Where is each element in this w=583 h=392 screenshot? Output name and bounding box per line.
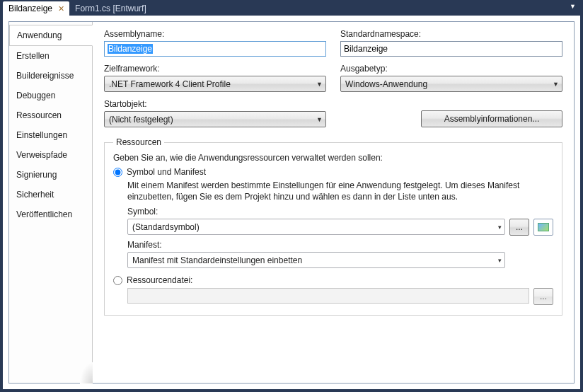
- resourcefile-input-disabled: [127, 288, 529, 304]
- close-icon[interactable]: ✕: [57, 4, 65, 13]
- nav-label: Einstellungen: [16, 130, 67, 140]
- nav-item-verweispfade[interactable]: Verweispfade: [9, 145, 92, 165]
- outputtype-label: Ausgabetyp:: [340, 64, 562, 74]
- document-tab-bildanzeige[interactable]: Bildanzeige ✕: [3, 1, 69, 16]
- symbol-preview-icon: [533, 219, 553, 236]
- application-panel: Assemblyname: Bildanzeige Standardnamesp…: [93, 22, 574, 383]
- nav-item-sicherheit[interactable]: Sicherheit: [9, 185, 92, 204]
- nav-item-einstellungen[interactable]: Einstellungen: [9, 125, 92, 145]
- resources-instruction: Geben Sie an, wie die Anwendungsressourc…: [113, 153, 553, 163]
- nav-label: Debuggen: [16, 91, 55, 100]
- nav-label: Anwendung: [17, 30, 62, 40]
- assemblyinfo-button[interactable]: Assemblyinformationen...: [421, 110, 562, 127]
- image-icon: [538, 223, 549, 231]
- targetframework-value: .NET Framework 4 Client Profile: [109, 79, 231, 89]
- symbol-value: (Standardsymbol): [132, 222, 200, 232]
- radio-resourcefile[interactable]: [113, 276, 122, 285]
- project-properties-window: Bildanzeige ✕ Form1.cs [Entwurf] ▼ Anwen…: [0, 0, 583, 392]
- radio-resourcefile-label: Ressourcendatei:: [127, 275, 192, 285]
- nav-label: Verweispfade: [16, 150, 67, 160]
- nav-label: Signierung: [16, 170, 57, 180]
- nav-label: Sicherheit: [16, 190, 54, 200]
- defaultnamespace-input[interactable]: [340, 41, 562, 57]
- assemblyinfo-button-label: Assemblyinformationen...: [444, 114, 540, 124]
- assemblyname-value: Bildanzeige: [108, 44, 153, 54]
- chevron-down-icon: ▼: [316, 81, 323, 88]
- nav-item-debuggen[interactable]: Debuggen: [9, 86, 92, 105]
- document-tabstrip: Bildanzeige ✕ Form1.cs [Entwurf] ▼: [0, 0, 583, 16]
- properties-page: Anwendung Erstellen Buildereignisse Debu…: [8, 21, 575, 384]
- radio-icon-manifest[interactable]: [113, 168, 122, 177]
- resources-legend: Ressourcen: [113, 137, 164, 147]
- document-tab-label: Form1.cs [Entwurf]: [75, 4, 146, 13]
- assemblyname-input[interactable]: Bildanzeige: [104, 41, 326, 57]
- nav-label: Erstellen: [16, 51, 50, 61]
- targetframework-label: Zielframework:: [104, 64, 326, 74]
- targetframework-combo[interactable]: .NET Framework 4 Client Profile ▼: [104, 76, 326, 92]
- properties-nav: Anwendung Erstellen Buildereignisse Debu…: [9, 22, 93, 383]
- chevron-down-icon: ▾: [498, 257, 502, 264]
- defaultnamespace-label: Standardnamespace:: [340, 29, 562, 39]
- nav-item-ressourcen[interactable]: Ressourcen: [9, 105, 92, 125]
- startobject-value: (Nicht festgelegt): [109, 115, 173, 125]
- nav-item-signierung[interactable]: Signierung: [9, 165, 92, 185]
- assemblyname-label: Assemblyname:: [104, 29, 326, 39]
- chevron-down-icon: ▼: [316, 116, 323, 123]
- symbol-browse-button[interactable]: ...: [509, 219, 529, 236]
- resourcefile-browse-button: ...: [533, 288, 553, 305]
- tab-overflow-dropdown[interactable]: ▼: [570, 3, 576, 10]
- manifest-label: Manifest:: [127, 240, 553, 250]
- document-tab-form1[interactable]: Form1.cs [Entwurf]: [69, 1, 151, 16]
- manifest-value: Manifest mit Standardeinstellungen einbe…: [132, 255, 302, 265]
- nav-item-veroeffentlichen[interactable]: Veröffentlichen: [9, 204, 92, 224]
- startobject-label: Startobjekt:: [104, 99, 326, 109]
- nav-item-erstellen[interactable]: Erstellen: [9, 46, 92, 66]
- nav-item-buildereignisse[interactable]: Buildereignisse: [9, 66, 92, 86]
- manifest-combo[interactable]: Manifest mit Standardeinstellungen einbe…: [127, 252, 505, 268]
- nav-item-anwendung[interactable]: Anwendung: [9, 25, 93, 46]
- chevron-down-icon: ▾: [498, 224, 502, 231]
- outputtype-value: Windows-Anwendung: [345, 79, 427, 89]
- resources-group: Ressourcen Geben Sie an, wie die Anwendu…: [104, 137, 562, 316]
- icon-manifest-help: Mit einem Manifest werden bestimmte Eins…: [127, 180, 553, 202]
- ellipsis-icon: ...: [540, 292, 547, 301]
- nav-label: Buildereignisse: [16, 71, 74, 81]
- document-tab-label: Bildanzeige: [8, 4, 52, 13]
- nav-label: Ressourcen: [16, 110, 62, 120]
- startobject-combo[interactable]: (Nicht festgelegt) ▼: [104, 111, 326, 127]
- nav-label: Veröffentlichen: [16, 209, 72, 219]
- ellipsis-icon: ...: [516, 222, 523, 232]
- client-area: Anwendung Erstellen Buildereignisse Debu…: [3, 16, 580, 389]
- outputtype-combo[interactable]: Windows-Anwendung ▼: [340, 76, 562, 92]
- symbol-combo[interactable]: (Standardsymbol) ▾: [127, 219, 505, 235]
- symbol-label: Symbol:: [127, 207, 553, 217]
- chevron-down-icon: ▼: [553, 81, 559, 88]
- radio-icon-manifest-label: Symbol und Manifest: [127, 167, 206, 177]
